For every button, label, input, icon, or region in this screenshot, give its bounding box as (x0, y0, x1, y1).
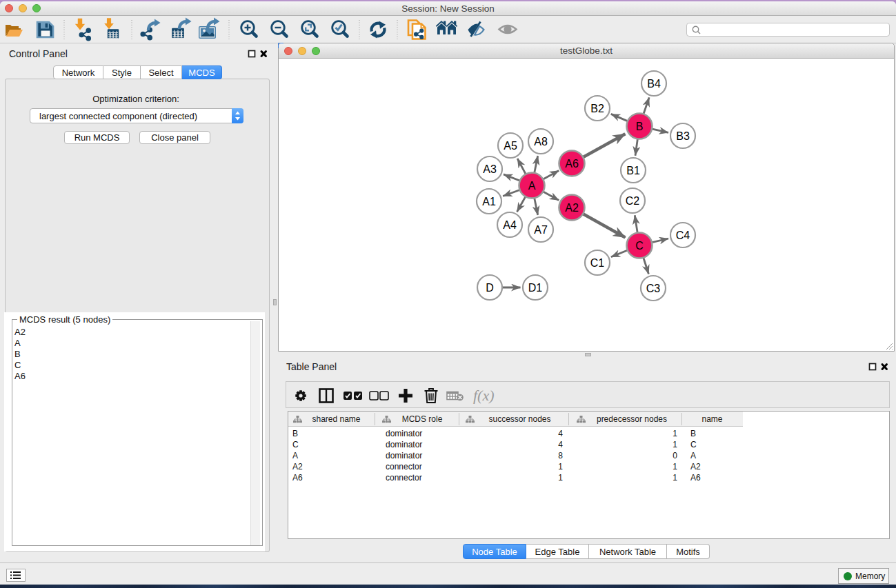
svg-text:C4: C4 (676, 230, 690, 241)
svg-text:A1: A1 (482, 196, 496, 207)
svg-text:B2: B2 (590, 103, 604, 114)
svg-text:A4: A4 (503, 219, 517, 231)
svg-text:C2: C2 (626, 195, 640, 207)
svg-text:A: A (528, 180, 536, 192)
svg-text:A6: A6 (565, 158, 579, 170)
svg-text:B1: B1 (626, 165, 640, 176)
svg-text:C1: C1 (590, 257, 605, 269)
svg-text:B3: B3 (676, 130, 690, 142)
svg-text:C: C (635, 240, 644, 252)
svg-text:B: B (636, 121, 644, 132)
svg-text:B4: B4 (647, 78, 661, 90)
svg-text:A7: A7 (534, 224, 548, 236)
svg-text:D: D (486, 282, 494, 294)
svg-text:A8: A8 (534, 136, 548, 148)
svg-text:C3: C3 (646, 283, 661, 294)
svg-text:A3: A3 (483, 163, 497, 175)
svg-text:f(x): f(x) (473, 387, 495, 404)
svg-text:D1: D1 (528, 282, 543, 294)
svg-text:A2: A2 (565, 202, 579, 214)
svg-text:A5: A5 (504, 140, 517, 152)
